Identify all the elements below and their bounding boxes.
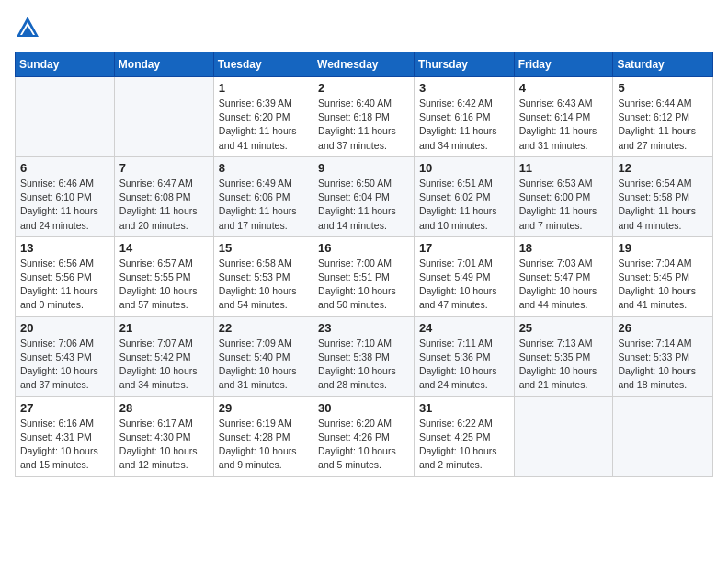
day-info: Sunrise: 7:01 AM Sunset: 5:49 PM Dayligh… [419, 257, 509, 313]
day-cell: 21Sunrise: 7:07 AM Sunset: 5:42 PM Dayli… [114, 316, 213, 396]
day-info: Sunrise: 7:13 AM Sunset: 5:35 PM Dayligh… [519, 337, 609, 393]
week-row-4: 20Sunrise: 7:06 AM Sunset: 5:43 PM Dayli… [16, 316, 713, 396]
day-number: 10 [419, 161, 509, 175]
day-number: 22 [219, 321, 308, 335]
day-number: 9 [318, 161, 409, 175]
week-row-2: 6Sunrise: 6:46 AM Sunset: 6:10 PM Daylig… [16, 156, 713, 236]
day-number: 25 [519, 321, 609, 335]
day-number: 17 [419, 241, 509, 255]
day-info: Sunrise: 6:39 AM Sunset: 6:20 PM Dayligh… [219, 97, 308, 153]
day-info: Sunrise: 7:14 AM Sunset: 5:33 PM Dayligh… [618, 337, 708, 393]
day-cell: 22Sunrise: 7:09 AM Sunset: 5:40 PM Dayli… [213, 316, 313, 396]
day-number: 26 [618, 321, 708, 335]
day-cell: 15Sunrise: 6:58 AM Sunset: 5:53 PM Dayli… [213, 236, 313, 316]
day-number: 20 [20, 321, 109, 335]
day-info: Sunrise: 6:44 AM Sunset: 6:12 PM Dayligh… [618, 97, 708, 153]
day-number: 24 [419, 321, 509, 335]
day-info: Sunrise: 6:56 AM Sunset: 5:56 PM Dayligh… [20, 257, 109, 313]
day-header-saturday: Saturday [613, 52, 713, 77]
day-cell: 16Sunrise: 7:00 AM Sunset: 5:51 PM Dayli… [313, 236, 415, 316]
day-cell: 24Sunrise: 7:11 AM Sunset: 5:36 PM Dayli… [414, 316, 514, 396]
logo [15, 15, 44, 40]
day-number: 4 [519, 81, 609, 95]
day-cell: 4Sunrise: 6:43 AM Sunset: 6:14 PM Daylig… [514, 77, 613, 157]
week-row-5: 27Sunrise: 6:16 AM Sunset: 4:31 PM Dayli… [16, 396, 713, 477]
day-info: Sunrise: 6:43 AM Sunset: 6:14 PM Dayligh… [519, 97, 609, 153]
day-info: Sunrise: 7:07 AM Sunset: 5:42 PM Dayligh… [119, 337, 209, 393]
day-cell: 7Sunrise: 6:47 AM Sunset: 6:08 PM Daylig… [114, 156, 213, 236]
day-info: Sunrise: 6:53 AM Sunset: 6:00 PM Dayligh… [519, 177, 609, 233]
day-number: 14 [119, 241, 209, 255]
day-cell [114, 77, 213, 157]
day-cell: 6Sunrise: 6:46 AM Sunset: 6:10 PM Daylig… [16, 156, 115, 236]
day-number: 18 [519, 241, 609, 255]
day-info: Sunrise: 6:47 AM Sunset: 6:08 PM Dayligh… [119, 177, 209, 233]
day-info: Sunrise: 6:19 AM Sunset: 4:28 PM Dayligh… [219, 417, 308, 473]
day-info: Sunrise: 6:17 AM Sunset: 4:30 PM Dayligh… [119, 417, 209, 473]
day-number: 13 [20, 241, 109, 255]
day-info: Sunrise: 7:10 AM Sunset: 5:38 PM Dayligh… [318, 337, 409, 393]
day-info: Sunrise: 6:20 AM Sunset: 4:26 PM Dayligh… [318, 417, 409, 473]
day-number: 3 [419, 81, 509, 95]
day-cell: 9Sunrise: 6:50 AM Sunset: 6:04 PM Daylig… [313, 156, 415, 236]
day-info: Sunrise: 6:42 AM Sunset: 6:16 PM Dayligh… [419, 97, 509, 153]
day-cell: 5Sunrise: 6:44 AM Sunset: 6:12 PM Daylig… [613, 77, 713, 157]
page-header [15, 15, 713, 40]
day-cell: 23Sunrise: 7:10 AM Sunset: 5:38 PM Dayli… [313, 316, 415, 396]
day-header-tuesday: Tuesday [213, 52, 313, 77]
week-row-1: 1Sunrise: 6:39 AM Sunset: 6:20 PM Daylig… [16, 77, 713, 157]
day-header-sunday: Sunday [16, 52, 115, 77]
day-header-wednesday: Wednesday [313, 52, 415, 77]
day-cell: 14Sunrise: 6:57 AM Sunset: 5:55 PM Dayli… [114, 236, 213, 316]
day-info: Sunrise: 6:58 AM Sunset: 5:53 PM Dayligh… [219, 257, 308, 313]
day-number: 29 [219, 401, 308, 415]
day-cell [16, 77, 115, 157]
day-info: Sunrise: 6:22 AM Sunset: 4:25 PM Dayligh… [419, 417, 509, 473]
day-cell: 1Sunrise: 6:39 AM Sunset: 6:20 PM Daylig… [213, 77, 313, 157]
day-info: Sunrise: 6:54 AM Sunset: 5:58 PM Dayligh… [618, 177, 708, 233]
day-info: Sunrise: 7:03 AM Sunset: 5:47 PM Dayligh… [519, 257, 609, 313]
day-number: 27 [20, 401, 109, 415]
day-cell: 11Sunrise: 6:53 AM Sunset: 6:00 PM Dayli… [514, 156, 613, 236]
day-info: Sunrise: 6:49 AM Sunset: 6:06 PM Dayligh… [219, 177, 308, 233]
day-number: 1 [219, 81, 308, 95]
day-header-thursday: Thursday [414, 52, 514, 77]
day-info: Sunrise: 6:51 AM Sunset: 6:02 PM Dayligh… [419, 177, 509, 233]
day-cell: 12Sunrise: 6:54 AM Sunset: 5:58 PM Dayli… [613, 156, 713, 236]
day-cell: 27Sunrise: 6:16 AM Sunset: 4:31 PM Dayli… [16, 396, 115, 477]
day-info: Sunrise: 6:40 AM Sunset: 6:18 PM Dayligh… [318, 97, 409, 153]
day-info: Sunrise: 6:46 AM Sunset: 6:10 PM Dayligh… [20, 177, 109, 233]
week-row-3: 13Sunrise: 6:56 AM Sunset: 5:56 PM Dayli… [16, 236, 713, 316]
day-number: 11 [519, 161, 609, 175]
day-info: Sunrise: 7:00 AM Sunset: 5:51 PM Dayligh… [318, 257, 409, 313]
days-header-row: SundayMondayTuesdayWednesdayThursdayFrid… [16, 52, 713, 77]
day-number: 28 [119, 401, 209, 415]
day-number: 12 [618, 161, 708, 175]
day-info: Sunrise: 6:16 AM Sunset: 4:31 PM Dayligh… [20, 417, 109, 473]
day-cell: 28Sunrise: 6:17 AM Sunset: 4:30 PM Dayli… [114, 396, 213, 477]
logo-icon [15, 15, 40, 40]
day-number: 30 [318, 401, 409, 415]
day-number: 6 [20, 161, 109, 175]
day-number: 19 [618, 241, 708, 255]
day-cell: 18Sunrise: 7:03 AM Sunset: 5:47 PM Dayli… [514, 236, 613, 316]
day-cell: 31Sunrise: 6:22 AM Sunset: 4:25 PM Dayli… [414, 396, 514, 477]
day-cell: 26Sunrise: 7:14 AM Sunset: 5:33 PM Dayli… [613, 316, 713, 396]
day-number: 15 [219, 241, 308, 255]
day-cell: 13Sunrise: 6:56 AM Sunset: 5:56 PM Dayli… [16, 236, 115, 316]
day-number: 21 [119, 321, 209, 335]
day-cell: 29Sunrise: 6:19 AM Sunset: 4:28 PM Dayli… [213, 396, 313, 477]
day-info: Sunrise: 7:06 AM Sunset: 5:43 PM Dayligh… [20, 337, 109, 393]
day-number: 2 [318, 81, 409, 95]
day-cell: 8Sunrise: 6:49 AM Sunset: 6:06 PM Daylig… [213, 156, 313, 236]
day-cell: 30Sunrise: 6:20 AM Sunset: 4:26 PM Dayli… [313, 396, 415, 477]
day-number: 5 [618, 81, 708, 95]
day-cell: 10Sunrise: 6:51 AM Sunset: 6:02 PM Dayli… [414, 156, 514, 236]
day-cell [514, 396, 613, 477]
day-cell: 25Sunrise: 7:13 AM Sunset: 5:35 PM Dayli… [514, 316, 613, 396]
day-number: 16 [318, 241, 409, 255]
day-number: 31 [419, 401, 509, 415]
day-header-friday: Friday [514, 52, 613, 77]
day-cell: 2Sunrise: 6:40 AM Sunset: 6:18 PM Daylig… [313, 77, 415, 157]
day-info: Sunrise: 6:57 AM Sunset: 5:55 PM Dayligh… [119, 257, 209, 313]
